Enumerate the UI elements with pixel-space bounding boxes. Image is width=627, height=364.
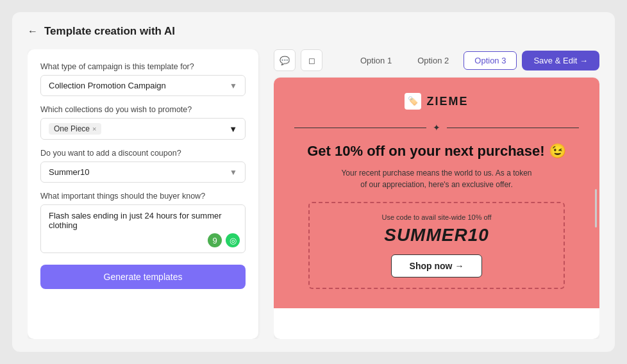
- email-logo: 🏷️ ZIEME: [405, 93, 468, 110]
- shop-now-button[interactable]: Shop now →: [391, 254, 483, 277]
- campaign-type-group: What type of campaign is this template f…: [40, 62, 246, 96]
- campaign-type-value: Collection Promotion Campaign: [49, 81, 166, 90]
- collections-group: Which collections do you wish to promote…: [40, 105, 246, 140]
- coupon-box: Use code to avail site-wide 10% off SUMM…: [308, 202, 565, 289]
- generate-button[interactable]: Generate templates: [40, 265, 246, 289]
- right-toolbar: 💬 ◻ Option 1 Option 2 Option 3 Save & Ed…: [274, 49, 599, 71]
- tag-remove-icon[interactable]: ×: [92, 125, 96, 133]
- info-button[interactable]: ◻: [301, 49, 322, 71]
- chevron-down-icon: ▼: [230, 81, 237, 90]
- divider-line-left: [294, 128, 426, 128]
- coupon-label: Use code to avail site-wide 10% off: [330, 213, 543, 221]
- discount-select[interactable]: Summer10 ▼: [40, 161, 246, 183]
- discount-group: Do you want to add a discount coupon? Su…: [40, 149, 246, 183]
- textarea-icons: 9 ◎: [208, 233, 240, 247]
- buyer-info-label: What important things should the buyer k…: [40, 192, 246, 201]
- logo-emoji: 🏷️: [408, 96, 418, 106]
- option3-tab[interactable]: Option 3: [464, 51, 517, 70]
- logo-text: ZIEME: [426, 95, 468, 108]
- page-title: Template creation with AI: [44, 25, 175, 38]
- divider-icon: ✦: [433, 122, 440, 133]
- buyer-info-group: What important things should the buyer k…: [40, 192, 246, 253]
- coupon-code: SUMMER10: [330, 225, 543, 245]
- preview-area: 🏷️ ZIEME ✦ Get 10% off on your next purc…: [274, 78, 599, 339]
- collections-tags: One Piece ×: [49, 123, 101, 135]
- option2-tab[interactable]: Option 2: [406, 51, 460, 70]
- preview-scroll[interactable]: 🏷️ ZIEME ✦ Get 10% off on your next purc…: [274, 78, 599, 339]
- chevron-down-icon: ▼: [230, 168, 237, 177]
- email-subtext: Your recent purchase means the world to …: [340, 167, 533, 190]
- campaign-type-select[interactable]: Collection Promotion Campaign ▼: [40, 75, 246, 96]
- back-button[interactable]: ←: [28, 26, 38, 37]
- comment-icon: 💬: [280, 56, 290, 65]
- collections-label: Which collections do you wish to promote…: [40, 105, 246, 114]
- email-divider: ✦: [294, 122, 579, 133]
- logo-icon: 🏷️: [405, 93, 421, 110]
- scroll-indicator: [595, 189, 597, 228]
- divider-line-right: [447, 128, 579, 128]
- right-panel: 💬 ◻ Option 1 Option 2 Option 3 Save & Ed…: [274, 49, 599, 339]
- discount-label: Do you want to add a discount coupon?: [40, 149, 246, 158]
- comment-button[interactable]: 💬: [274, 49, 296, 71]
- voice-icon[interactable]: 9: [208, 233, 222, 247]
- content-area: What type of campaign is this template f…: [28, 49, 599, 339]
- discount-value: Summer10: [49, 167, 90, 177]
- email-headline: Get 10% off on your next purchase! 😉: [307, 142, 566, 161]
- left-panel: What type of campaign is this template f…: [28, 49, 258, 339]
- chevron-down-icon: ▼: [229, 124, 237, 134]
- email-template: 🏷️ ZIEME ✦ Get 10% off on your next purc…: [274, 78, 599, 308]
- buyer-info-wrapper: 9 ◎: [40, 204, 246, 253]
- collections-select[interactable]: One Piece × ▼: [40, 118, 246, 140]
- tag-value: One Piece: [54, 124, 90, 133]
- option1-tab[interactable]: Option 1: [349, 51, 403, 70]
- campaign-type-label: What type of campaign is this template f…: [40, 62, 246, 71]
- option-tabs: Option 1 Option 2 Option 3: [349, 51, 517, 70]
- whatsapp-icon[interactable]: ◎: [226, 233, 240, 247]
- main-container: ← Template creation with AI What type of…: [12, 12, 615, 352]
- header: ← Template creation with AI: [28, 25, 599, 38]
- collection-tag: One Piece ×: [49, 123, 101, 135]
- info-icon: ◻: [308, 56, 315, 65]
- save-edit-button[interactable]: Save & Edit →: [522, 51, 599, 70]
